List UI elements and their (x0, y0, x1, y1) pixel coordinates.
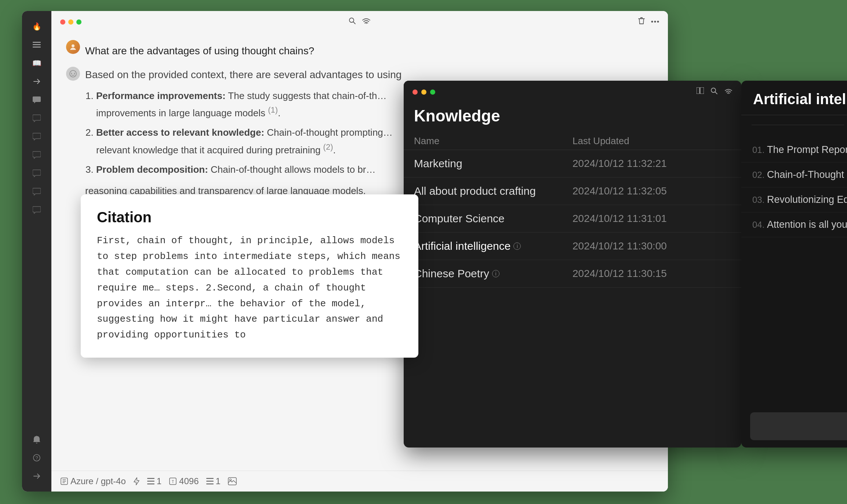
traffic-lights (60, 19, 81, 25)
sidebar-icon-chat6[interactable] (29, 183, 45, 200)
file-num-3: 03. (752, 195, 767, 205)
title-icons (349, 17, 371, 26)
knowledge-row-ai[interactable]: Artificial intelligence i 2024/10/12 11:… (404, 233, 741, 260)
knowledge-tl-red[interactable] (412, 90, 418, 95)
svg-point-27 (711, 88, 716, 92)
add-files-button[interactable]: Add files (750, 412, 847, 440)
search-icon[interactable] (349, 17, 356, 26)
svg-rect-17 (147, 483, 155, 485)
files-label: Files (741, 115, 847, 134)
svg-point-13 (74, 73, 75, 74)
svg-text:T: T (172, 480, 174, 484)
user-message-text: What are the advantages of using thought… (85, 40, 653, 59)
svg-point-12 (71, 73, 72, 74)
svg-point-7 (651, 21, 653, 23)
traffic-light-green[interactable] (76, 19, 81, 25)
footer-icon-list2[interactable]: 1 (206, 476, 221, 486)
svg-text:?: ? (35, 455, 38, 461)
traffic-light-red[interactable] (60, 19, 65, 25)
knowledge-tl-yellow[interactable] (421, 90, 426, 95)
file-item-4: 04. Attention is all you nee… 2.1MB (741, 212, 847, 237)
sidebar-icon-book[interactable]: 📖 (29, 55, 45, 71)
knowledge-row-cs[interactable]: Computer Science 2024/10/12 11:31:01 (404, 205, 741, 233)
row-date-poetry: 2024/10/12 11:30:15 (572, 268, 731, 280)
files-list: 01. The Prompt Report- A … 2.9MB 02. Cha… (741, 134, 847, 405)
svg-rect-21 (206, 481, 214, 482)
file-item-1: 01. The Prompt Report- A … 2.9MB (741, 138, 847, 162)
sidebar-icon-chat5[interactable] (29, 165, 45, 181)
knowledge-toolbar-icons (697, 87, 733, 96)
file-item-3: 03. Revolutionizing Educat… 148.8KB (741, 187, 847, 212)
sidebar-icon-chat3[interactable] (29, 128, 45, 145)
knowledge-title-bar (404, 81, 741, 103)
footer-model-text: Azure / gpt-4o (70, 476, 126, 486)
traffic-light-yellow[interactable] (68, 19, 73, 25)
row-name-product: All about product crafting (414, 185, 572, 197)
svg-point-5 (349, 18, 354, 22)
file-num-4: 04. (752, 220, 767, 230)
row-date-product: 2024/10/12 11:32:05 (572, 185, 731, 197)
row-name-ai: Artificial intelligence i (414, 240, 572, 252)
delete-icon[interactable] (638, 17, 645, 27)
col-date: Last Updated (572, 135, 731, 147)
row-date-marketing: 2024/10/12 11:32:21 (572, 158, 731, 169)
svg-rect-1 (33, 44, 41, 45)
more-icon[interactable] (651, 17, 659, 27)
svg-rect-22 (206, 483, 214, 485)
knowledge-search-icon[interactable] (710, 87, 718, 96)
footer-count1: 1 (157, 476, 161, 486)
citation-popup: Citation First, chain of thought, in pri… (81, 194, 418, 358)
knowledge-table-header: Name Last Updated (404, 132, 741, 150)
footer-count2: 1 (216, 476, 221, 486)
svg-rect-25 (697, 87, 699, 94)
sidebar-icon-chat1[interactable] (29, 92, 45, 108)
svg-rect-15 (147, 478, 155, 479)
sidebar-icon-chat2[interactable] (29, 110, 45, 126)
svg-point-10 (72, 44, 74, 47)
knowledge-wifi-icon (724, 87, 733, 96)
col-name: Name (414, 135, 572, 147)
knowledge-row-poetry[interactable]: Chinese Poetry i 2024/10/12 11:30:15 (404, 260, 741, 288)
footer-tokens[interactable]: T 4096 (169, 476, 199, 486)
row-date-ai: 2024/10/12 11:30:00 (572, 240, 731, 252)
knowledge-row-marketing[interactable]: Marketing 2024/10/12 11:32:21 (404, 150, 741, 178)
sidebar-icon-send[interactable] (29, 73, 45, 90)
footer-tokens-text: 4096 (179, 476, 199, 486)
footer-model[interactable]: Azure / gpt-4o (60, 476, 126, 486)
footer-bar: Azure / gpt-4o 1 T 4096 (51, 471, 668, 492)
user-message-row: What are the advantages of using thought… (66, 40, 653, 59)
file-num-2: 02. (752, 170, 767, 180)
footer-icon-image[interactable] (228, 477, 237, 485)
knowledge-tl-green[interactable] (430, 90, 435, 95)
user-avatar (66, 40, 80, 54)
file-num-1: 01. (752, 145, 767, 155)
svg-point-9 (657, 21, 659, 23)
svg-rect-26 (700, 87, 704, 94)
sidebar-icon-arrow[interactable] (29, 468, 45, 484)
sidebar-icon-help[interactable]: ? (29, 450, 45, 466)
svg-point-8 (654, 21, 656, 23)
ai-panel-header: Artificial intelligence × (741, 81, 847, 115)
citation-text: First, chain of thought, in principle, a… (97, 233, 402, 343)
sidebar-icon-chat4[interactable] (29, 147, 45, 163)
knowledge-sidebar-icon[interactable] (697, 87, 704, 96)
sidebar-icon-bell[interactable] (29, 431, 45, 448)
knowledge-row-product[interactable]: All about product crafting 2024/10/12 11… (404, 178, 741, 205)
row-name-poetry: Chinese Poetry i (414, 267, 572, 280)
footer-icon-lightning[interactable] (133, 477, 140, 485)
sidebar-icon-fire[interactable]: 🔥 (29, 18, 45, 34)
ai-info-icon[interactable]: i (513, 242, 521, 250)
svg-rect-16 (147, 481, 155, 482)
row-name-cs: Computer Science (414, 212, 572, 225)
file-name-2: Chain-of-Thought Pro… (767, 169, 847, 180)
knowledge-window: Knowledge Name Last Updated Marketing 20… (404, 81, 741, 448)
footer-icon-list[interactable]: 1 (147, 476, 161, 486)
svg-rect-0 (33, 42, 41, 43)
file-name-3: Revolutionizing Educat… (767, 194, 847, 205)
sidebar-icon-chat7[interactable] (29, 202, 45, 218)
svg-point-28 (728, 94, 729, 94)
file-item-2: 02. Chain-of-Thought Pro… 870.9KB (741, 162, 847, 187)
sidebar-icon-bars[interactable] (29, 37, 45, 53)
poetry-info-icon[interactable]: i (492, 270, 499, 277)
knowledge-heading: Knowledge (404, 103, 741, 132)
